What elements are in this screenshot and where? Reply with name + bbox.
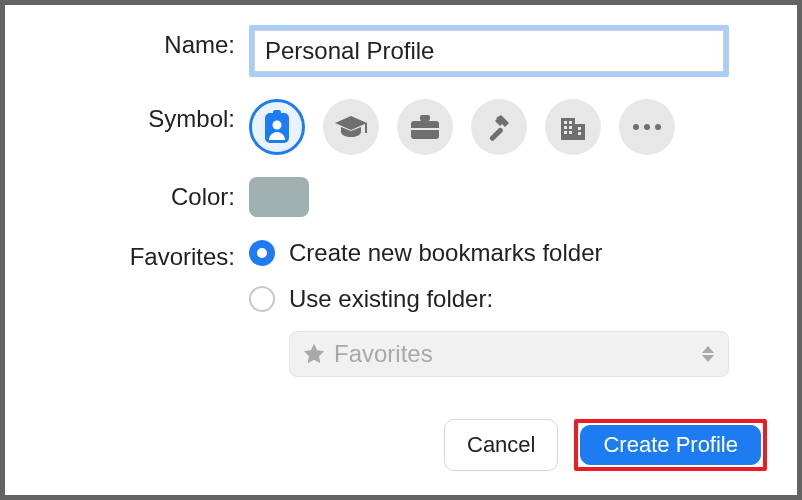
svg-rect-15 xyxy=(569,131,572,134)
create-profile-highlight: Create Profile xyxy=(574,419,767,471)
radio-create-new[interactable] xyxy=(249,240,275,266)
favorites-option-create-new[interactable]: Create new bookmarks folder xyxy=(249,239,767,267)
symbol-option-id-badge[interactable] xyxy=(249,99,305,155)
create-profile-button[interactable]: Create Profile xyxy=(580,425,761,465)
symbol-option-hammer[interactable] xyxy=(471,99,527,155)
radio-use-existing-label: Use existing folder: xyxy=(289,285,493,313)
radio-use-existing[interactable] xyxy=(249,286,275,312)
id-badge-icon xyxy=(264,110,290,144)
graduation-cap-icon xyxy=(334,114,368,140)
symbol-option-graduation-cap[interactable] xyxy=(323,99,379,155)
symbol-option-building[interactable] xyxy=(545,99,601,155)
favorites-options: Create new bookmarks folder Use existing… xyxy=(249,239,767,377)
favorites-option-use-existing[interactable]: Use existing folder: xyxy=(249,285,767,313)
svg-rect-8 xyxy=(561,118,575,140)
color-label: Color: xyxy=(35,177,235,211)
symbol-option-briefcase[interactable] xyxy=(397,99,453,155)
briefcase-icon xyxy=(409,113,441,141)
create-profile-dialog: Name: Symbol: xyxy=(0,0,802,500)
svg-rect-10 xyxy=(564,121,567,124)
name-label: Name: xyxy=(35,25,235,59)
svg-rect-14 xyxy=(564,131,567,134)
symbol-picker xyxy=(249,99,767,155)
building-icon xyxy=(558,112,588,142)
symbol-option-more[interactable] xyxy=(619,99,675,155)
folder-picker-value: Favorites xyxy=(334,340,433,368)
svg-rect-12 xyxy=(564,126,567,129)
svg-rect-5 xyxy=(420,115,430,121)
dialog-footer: Cancel Create Profile xyxy=(444,419,767,471)
name-input[interactable] xyxy=(254,30,724,72)
color-swatch[interactable] xyxy=(249,177,309,217)
cancel-button[interactable]: Cancel xyxy=(444,419,558,471)
svg-rect-13 xyxy=(569,126,572,129)
svg-rect-1 xyxy=(273,110,281,116)
favorites-label: Favorites: xyxy=(35,239,235,271)
folder-picker: Favorites xyxy=(289,331,729,377)
name-input-focus-ring xyxy=(249,25,729,77)
svg-rect-17 xyxy=(578,132,581,135)
star-icon xyxy=(304,344,324,364)
svg-rect-11 xyxy=(569,121,572,124)
form: Name: Symbol: xyxy=(35,25,767,377)
svg-rect-3 xyxy=(365,123,367,133)
more-icon xyxy=(633,124,661,130)
chevron-up-down-icon xyxy=(702,346,714,362)
svg-point-2 xyxy=(273,121,282,130)
svg-rect-7 xyxy=(489,127,504,142)
symbol-label: Symbol: xyxy=(35,99,235,133)
hammer-icon xyxy=(484,112,514,142)
svg-rect-6 xyxy=(411,128,439,130)
svg-rect-16 xyxy=(578,127,581,130)
radio-create-new-label: Create new bookmarks folder xyxy=(289,239,602,267)
